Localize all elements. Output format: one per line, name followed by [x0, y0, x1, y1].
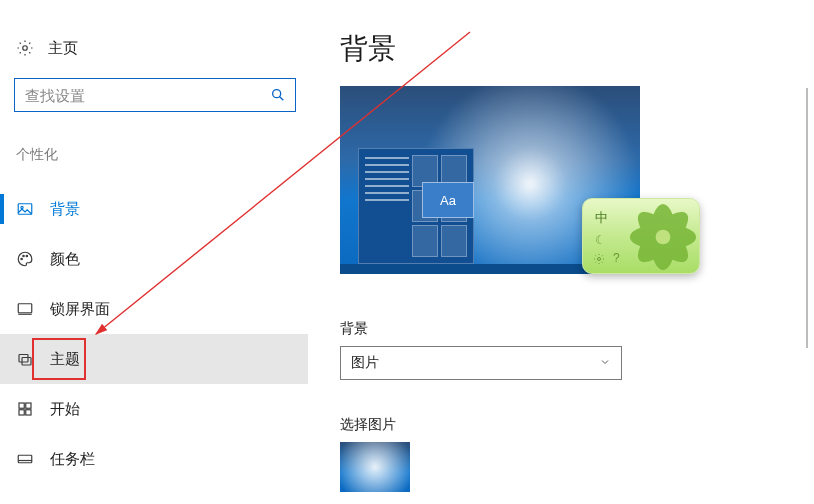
sidebar-item-label: 任务栏	[50, 450, 95, 469]
sidebar-item-label: 主题	[50, 350, 80, 369]
ime-widget[interactable]: 中 ☾ ?	[582, 198, 700, 274]
sidebar-item-start[interactable]: 开始	[0, 384, 308, 434]
svg-rect-11	[22, 358, 31, 366]
svg-point-23	[598, 258, 601, 261]
dropdown-value: 图片	[351, 354, 379, 372]
section-header: 个性化	[14, 146, 308, 164]
themes-icon	[16, 350, 34, 368]
svg-rect-16	[18, 455, 32, 463]
palette-icon	[16, 250, 34, 268]
svg-rect-12	[19, 403, 24, 408]
sidebar-item-label: 开始	[50, 400, 80, 419]
home-label: 主页	[48, 39, 78, 58]
taskbar-icon	[16, 450, 34, 468]
choose-picture-label: 选择图片	[340, 416, 814, 434]
sidebar-item-label: 背景	[50, 200, 80, 219]
home-button[interactable]: 主页	[14, 30, 308, 66]
ime-language-label: 中	[595, 209, 608, 227]
flower-icon	[617, 198, 700, 274]
svg-point-6	[23, 255, 25, 257]
sidebar-item-colors[interactable]: 颜色	[0, 234, 308, 284]
ime-help-icon[interactable]: ?	[613, 251, 620, 265]
svg-point-1	[273, 90, 281, 98]
thumbnail-image	[340, 442, 410, 492]
svg-point-0	[23, 46, 28, 51]
svg-rect-8	[18, 304, 32, 313]
start-icon	[16, 400, 34, 418]
svg-point-5	[21, 258, 23, 260]
background-dropdown[interactable]: 图片	[340, 346, 622, 380]
image-icon	[16, 200, 34, 218]
background-field-label: 背景	[340, 320, 814, 338]
picture-thumbnail[interactable]	[340, 442, 410, 492]
chevron-down-icon	[599, 355, 611, 371]
ime-gear-icon[interactable]	[593, 251, 605, 269]
svg-rect-15	[26, 410, 31, 415]
monitor-icon	[16, 300, 34, 318]
sidebar-item-taskbar[interactable]: 任务栏	[0, 434, 308, 484]
search-input[interactable]	[15, 87, 261, 104]
svg-rect-13	[26, 403, 31, 408]
sidebar-item-background[interactable]: 背景	[0, 184, 308, 234]
moon-icon: ☾	[595, 233, 606, 247]
desktop-preview: Aa 中 ☾ ?	[340, 86, 640, 274]
sidebar-item-label: 颜色	[50, 250, 80, 269]
search-icon	[261, 87, 295, 103]
svg-rect-10	[19, 355, 28, 363]
svg-point-22	[656, 230, 671, 245]
search-input-wrap[interactable]	[14, 78, 296, 112]
scrollbar[interactable]	[806, 88, 808, 348]
sidebar-item-lockscreen[interactable]: 锁屏界面	[0, 284, 308, 334]
sidebar-item-themes[interactable]: 主题	[0, 334, 308, 384]
svg-point-7	[26, 255, 28, 257]
svg-rect-14	[19, 410, 24, 415]
preview-sample-window: Aa	[422, 182, 474, 218]
sidebar-item-label: 锁屏界面	[50, 300, 110, 319]
gear-icon	[16, 39, 34, 57]
page-title: 背景	[340, 30, 814, 68]
preview-window-text: Aa	[440, 193, 456, 208]
svg-line-2	[280, 97, 284, 101]
